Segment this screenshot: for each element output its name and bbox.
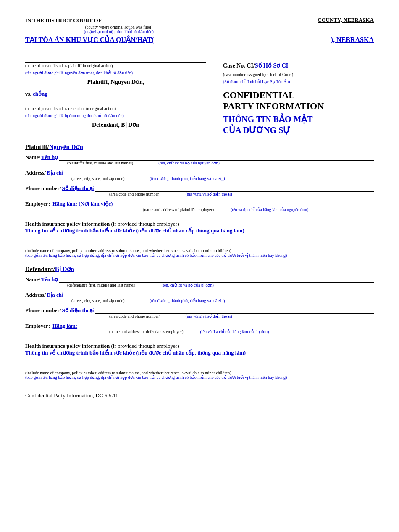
case-no-hint-vi: (Số được chỉ định bởi Lục Sự Tòa Án)	[223, 79, 374, 84]
defendant-name-field[interactable]	[59, 276, 374, 283]
defendant-phone-label-en: Phone number/	[25, 307, 61, 314]
defendant-address-hint-en: (street, city, state, and zip code)	[71, 298, 125, 303]
defendant-name-hint-en: (name of person listed as defendant in o…	[25, 106, 206, 111]
plaintiff-address-label-vi: Địa chỉ	[47, 170, 63, 176]
defendant-label: Defendant, Bị Đơn	[25, 121, 206, 128]
plaintiff-employer-label-vi: Hãng làm: (Nơi làm việc)	[52, 201, 113, 207]
defendant-employer-hint-vi: (tên và địa chỉ của hãng làm của bị đơn)	[200, 329, 269, 334]
defendant-line	[25, 105, 206, 105]
defendant-employer-row: Employer: Hãng làm: (name and address of…	[25, 323, 374, 334]
plaintiff-employer-field[interactable]	[113, 201, 374, 207]
plaintiff-name-field[interactable]	[59, 154, 374, 161]
plaintiff-divider	[25, 217, 374, 217]
plaintiff-name-label-vi: Tên họ	[41, 154, 58, 161]
confidential-block: CONFIDENTIALPARTY INFORMATION THÔNG TIN …	[223, 90, 374, 136]
defendant-name-label-vi: Tên họ	[41, 276, 58, 283]
case-no-title: Case No. CI/Số Hồ Sơ CI	[223, 62, 374, 69]
defendant-phone-row: Phone number/Số điện thoại (area code an…	[25, 307, 374, 318]
plaintiff-employer-row: Employer: Hãng làm: (Nơi làm việc) (name…	[25, 201, 374, 212]
viet-court-title-end: ), NEBRASKA	[331, 36, 374, 44]
defendant-name-hint-en: (defendant's first, middle and last name…	[67, 283, 136, 287]
defendant-employer-field[interactable]	[78, 323, 374, 329]
defendant-health-title: Health insurance policy information (if …	[25, 343, 374, 349]
defendant-health-section: Health insurance policy information (if …	[25, 343, 374, 356]
defendant-divider	[25, 339, 374, 339]
defendant-address-hint-vi: (tên đường, thành phố, tiểu bang và mã z…	[150, 298, 225, 303]
county-note-en: (county where original action was filed)	[25, 25, 213, 29]
plaintiff-name-label-en: Name/	[25, 154, 40, 161]
court-suffix: COUNTY, NEBRASKA	[318, 17, 374, 23]
plaintiff-phone-label-vi: Số điện thoại	[62, 185, 94, 192]
plaintiff-section-header: Plaintiff/Nguyên Đơn	[25, 143, 374, 151]
confidential-en: CONFIDENTIALPARTY INFORMATION	[223, 90, 374, 112]
defendant-employer-label-vi: Hãng làm:	[52, 323, 77, 329]
plaintiff-address-hint-en: (street, city, state, and zip code)	[71, 176, 125, 181]
plaintiff-insurance-line	[25, 247, 374, 247]
case-no-line	[223, 71, 374, 71]
plaintiff-phone-hint-vi: (mã vùng và số điện thoại)	[186, 192, 232, 196]
defendant-phone-label-vi: Số điện thoại	[62, 307, 94, 314]
defendant-address-label-en: Address/	[25, 292, 46, 298]
plaintiff-address-hint-vi: (tên đường, thành phố, tiểu bang và mã z…	[150, 176, 225, 181]
viet-blank	[155, 37, 160, 42]
plaintiff-address-row: Address/Địa chỉ (street, city, state, an…	[25, 170, 374, 181]
court-blank	[103, 17, 213, 22]
plaintiff-phone-label-en: Phone number/	[25, 185, 61, 192]
defendant-name-hint-vi: (tên người được ghi là bị đơn trong đơn …	[25, 113, 206, 118]
case-no-hint-en: (case number assigned by Clerk of Court)	[223, 72, 374, 77]
plaintiff-health-title: Health insurance policy information (if …	[25, 221, 374, 227]
plaintiff-health-title-vi: Thông tin về chương trình bảo hiểm sức k…	[25, 227, 374, 234]
county-note-vi: (quận/hạt nơi nộp đơn khởi tố đầu tiên)	[25, 29, 213, 34]
defendant-phone-hint-vi: (mã vùng và số điện thoại)	[186, 314, 232, 318]
court-prefix: IN THE DISTRICT COURT OF	[25, 17, 102, 24]
plaintiff-phone-hint-en: (area code and phone number)	[109, 192, 160, 196]
plaintiff-phone-row: Phone number/Số điện thoại (area code an…	[25, 185, 374, 196]
plaintiff-name-row: Name/Tên họ (plaintiff's first, middle a…	[25, 154, 374, 165]
vs-label: vs. chồng	[25, 91, 206, 97]
plaintiff-line	[25, 62, 206, 63]
plaintiff-employer-label-en: Employer:	[25, 201, 50, 207]
plaintiff-address-label-en: Address/	[25, 170, 46, 176]
defendant-insurance-hint-en: (include name of company, policy number,…	[25, 370, 374, 375]
plaintiff-name-hint-en: (plaintiff's first, middle and last name…	[67, 161, 133, 165]
plaintiff-label: Plaintiff, Nguyen Đơn,	[25, 78, 206, 86]
defendant-section-header: Defendant/Bị Đơn	[25, 265, 374, 273]
defendant-phone-hint-en: (area code and phone number)	[109, 314, 160, 318]
defendant-insurance-hint-vi: (bao gồm tên hãng bảo hiểm, số hợp đồng,…	[25, 375, 374, 380]
defendant-address-label-vi: Địa chỉ	[47, 292, 63, 298]
defendant-health-title-vi: Thông tin về chương trình bảo hiểm sức k…	[25, 349, 374, 356]
plaintiff-phone-field[interactable]	[95, 185, 374, 192]
defendant-address-row: Address/Địa chỉ (street, city, state, an…	[25, 292, 374, 303]
plaintiff-health-section: Health insurance policy information (if …	[25, 221, 374, 234]
defendant-address-field[interactable]	[64, 292, 374, 298]
plaintiff-name-hint-vi: (tên, chữ lót và họ của nguyên đơn)	[158, 161, 220, 165]
plaintiff-insurance-hint-vi: (bao gồm tên hãng bảo hiểm, số hợp đồng,…	[25, 253, 374, 258]
plaintiff-employer-hint-vi: (tên và địa chỉ của hãng làm của nguyên …	[231, 207, 308, 212]
defendant-phone-field[interactable]	[95, 307, 374, 314]
footer-text: Confidential Party Information, DC 6:5.1…	[25, 392, 374, 399]
court-title-en: IN THE DISTRICT COURT OF	[25, 17, 213, 24]
defendant-employer-label-en: Employer:	[25, 323, 50, 329]
plaintiff-name-hint-vi: (tên người được ghi là nguyên đơn trong …	[25, 70, 206, 75]
defendant-insurance-line	[25, 369, 262, 369]
defendant-name-row: Name/Tên họ (defendant's first, middle a…	[25, 276, 374, 287]
defendant-name-hint-vi: (tên, chữ lót và họ của bị đơn)	[162, 283, 214, 287]
defendant-name-label-en: Name/	[25, 276, 40, 283]
viet-court-title: TẠI TÒA ÁN KHU VỰC CỦA QUẬN/HẠT(	[25, 36, 154, 43]
plaintiff-name-hint-en: (name of person listed as plaintiff in o…	[25, 63, 206, 68]
plaintiff-employer-hint-en: (name and address of plaintiff's employe…	[143, 207, 214, 212]
plaintiff-address-field[interactable]	[64, 170, 374, 176]
confidential-vi: THÔNG TIN BẢO MẬTCỦA ĐƯƠNG SỰ	[223, 114, 374, 136]
defendant-employer-hint-en: (name and address of defendant's employe…	[109, 329, 183, 334]
plaintiff-insurance-hint-en: (include name of company, policy number,…	[25, 248, 374, 253]
